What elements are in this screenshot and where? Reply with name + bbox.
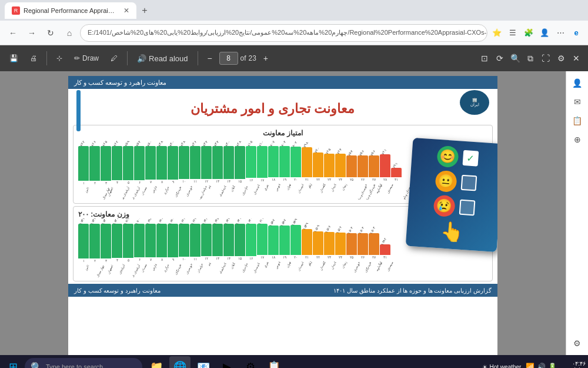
taskbar-app-explorer[interactable]: 📁 xyxy=(146,356,167,368)
bar xyxy=(324,232,335,255)
select-tool-button[interactable]: ⊹ xyxy=(52,52,67,65)
pdf-toolbar: 💾 🖨 ⊹ ✏ Draw 🖊 🔊 Read aloud − of 23 + ⊡ … xyxy=(0,45,588,71)
favorites-icon[interactable]: ⭐ xyxy=(490,26,504,40)
bar xyxy=(268,146,279,177)
read-aloud-button[interactable]: 🔊 Read aloud xyxy=(132,52,193,65)
footer-right-text: گزارش ارزیابی معاونت ها و حوزه ها از عمل… xyxy=(333,287,492,294)
chart1-title: امتیاز معاونت xyxy=(78,129,487,137)
address-bar[interactable]: E:/1401/چهارم20%ماهه20%سه20%عمومی/نتایج2… xyxy=(80,24,487,42)
forward-button[interactable]: → xyxy=(24,25,40,41)
bar xyxy=(380,154,390,177)
tab-title: Regional Performance Appraisal - CXOs-12… xyxy=(24,7,118,14)
toolbar-separator-1 xyxy=(46,51,47,65)
back-button[interactable]: ← xyxy=(5,25,21,41)
close-pdf-button[interactable]: ✕ xyxy=(569,51,583,65)
extensions-icon[interactable]: 🧩 xyxy=(522,26,536,40)
collections-icon[interactable]: ☰ xyxy=(506,26,520,40)
bar xyxy=(168,146,178,180)
rotate-button[interactable]: ⟳ xyxy=(493,51,507,65)
taskbar-app-mail[interactable]: 📧 xyxy=(193,356,214,368)
sidebar-icon-profile[interactable]: 👤 xyxy=(570,76,584,90)
cursor-icon: ⊹ xyxy=(56,54,62,62)
volume-icon[interactable]: 🔊 xyxy=(537,363,546,368)
sidebar-icon-notes[interactable]: 📋 xyxy=(570,114,584,128)
bar xyxy=(156,146,167,180)
bar xyxy=(156,224,167,257)
pdf-content: معاونت راهبرد و توسعه کسب و کار 🏢ایران م… xyxy=(0,71,566,355)
settings-icon[interactable]: ⋯ xyxy=(553,26,567,40)
refresh-button[interactable]: ↻ xyxy=(42,25,59,41)
network-icon[interactable]: 📶 xyxy=(526,363,534,368)
right-sidebar: 👤 ✉ 📋 ⊕ ⚙ xyxy=(566,71,588,355)
bar xyxy=(212,224,223,256)
taskbar-app-task[interactable]: 📋 xyxy=(263,356,285,368)
clock[interactable]: ۰۴:۴۶ ۱۴۰۲/۶/۲۰ xyxy=(562,360,586,368)
bar-col: ۸۷.۲۱البرز xyxy=(78,141,89,200)
bar xyxy=(190,224,201,257)
sidebar-icon-add[interactable]: ⊕ xyxy=(570,132,584,147)
bar xyxy=(223,224,234,256)
search-icon: 🔍 xyxy=(31,362,42,369)
active-tab[interactable]: R Regional Performance Appraisal - CXOs-… xyxy=(5,2,136,19)
bar xyxy=(179,146,189,179)
draw-button[interactable]: ✏ Draw xyxy=(69,52,103,65)
page-number-input[interactable] xyxy=(219,52,238,65)
bar xyxy=(123,146,133,180)
empty-box-2 xyxy=(459,200,475,216)
bar xyxy=(112,224,122,258)
page-header: معاونت راهبرد و توسعه کسب و کار xyxy=(68,76,497,89)
toolbar-separator-2 xyxy=(127,51,128,65)
page-of-label: of xyxy=(240,54,246,62)
hand-pointing-icon: 👆 xyxy=(440,220,465,244)
bar xyxy=(358,155,368,177)
bar xyxy=(101,224,111,258)
tab-close-button[interactable]: ✕ xyxy=(123,6,129,15)
bar xyxy=(369,155,379,177)
bar xyxy=(346,155,357,177)
taskbar-app-media[interactable]: ▶ xyxy=(216,356,238,368)
more-options-button[interactable]: ⚙ xyxy=(554,51,568,65)
start-button[interactable]: ⊞ xyxy=(2,356,24,368)
search-pdf-button[interactable]: 🔍 xyxy=(508,51,522,65)
sidebar-icon-settings[interactable]: ⚙ xyxy=(570,336,584,350)
bar xyxy=(123,224,133,258)
bar xyxy=(358,233,368,255)
weather-widget[interactable]: ☀ Hot weather xyxy=(482,364,522,369)
edge-icon[interactable]: e xyxy=(569,26,583,40)
taskbar-search[interactable]: 🔍 Type here to search xyxy=(25,358,142,368)
expand-button[interactable]: ⛶ xyxy=(539,51,553,65)
bar-col: ۱.۷۴۴۱البرز xyxy=(78,218,89,277)
taskbar-app-browser[interactable]: 🌐 xyxy=(169,356,191,368)
bar xyxy=(78,146,89,181)
bar xyxy=(246,146,256,178)
header-text: معاونت راهبرد و توسعه کسب و کار xyxy=(74,79,166,87)
new-tab-button[interactable]: + xyxy=(136,2,153,19)
sidebar-icon-mail[interactable]: ✉ xyxy=(570,95,584,109)
bar xyxy=(235,146,245,179)
print-button[interactable]: 🖨 xyxy=(25,52,42,65)
zoom-out-button[interactable]: − xyxy=(203,51,217,65)
battery-icon[interactable]: 🔋 xyxy=(548,363,557,368)
accent-bar xyxy=(76,90,81,131)
bar xyxy=(279,146,290,177)
fit-page-button[interactable]: ⊡ xyxy=(477,51,492,65)
bar xyxy=(257,224,268,255)
chart2-title-right: وزن معاونت: ۲۰۰ xyxy=(78,210,129,218)
home-button[interactable]: ⌂ xyxy=(61,25,78,41)
profile-icon[interactable]: 👤 xyxy=(537,26,552,40)
bar xyxy=(89,146,100,181)
feedback-row-3: 😢 xyxy=(433,195,475,219)
bar xyxy=(134,146,145,180)
zoom-in-button[interactable]: + xyxy=(259,51,273,65)
feedback-row-1: 😊 ✓ xyxy=(436,145,479,170)
copy-button[interactable]: ⧉ xyxy=(523,51,537,65)
save-button[interactable]: 💾 xyxy=(5,52,23,65)
taskbar-app-settings[interactable]: ⚙ xyxy=(240,356,261,368)
highlight-button[interactable]: 🖊 xyxy=(106,52,122,65)
toolbar-separator-3 xyxy=(198,51,198,65)
draw-icon: ✏ xyxy=(74,54,80,62)
bar xyxy=(346,233,357,255)
bar xyxy=(246,224,256,256)
browser-toolbar-icons: ⭐ ☰ 🧩 👤 ⋯ e xyxy=(490,26,583,40)
bar xyxy=(279,226,290,255)
